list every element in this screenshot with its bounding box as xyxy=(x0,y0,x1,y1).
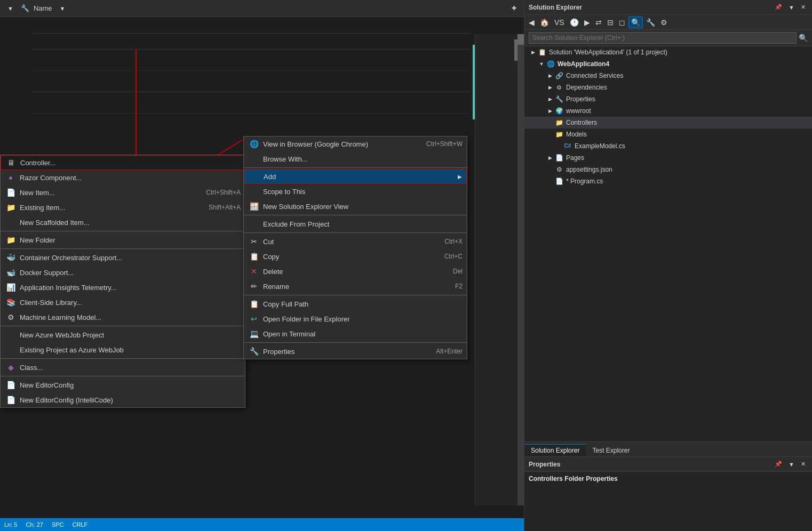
rename-icon: ✏ xyxy=(248,280,260,292)
tree-item-connected-services[interactable]: ▶ 🔗 Connected Services xyxy=(524,70,812,82)
menu-item-copy-full-path[interactable]: 📋 Copy Full Path xyxy=(244,296,467,311)
menu-shortcut-properties: Alt+Enter xyxy=(436,348,463,355)
menu-separator-2 xyxy=(1,248,245,249)
menu-label-container-orchestrator: Container Orchestrator Support... xyxy=(20,254,241,262)
menu-item-new-scaffolded[interactable]: New Scaffolded Item... xyxy=(1,215,245,230)
menu-item-new-webjob[interactable]: New Azure WebJob Project xyxy=(1,327,245,342)
toolbar-show-all-btn[interactable]: ◻ xyxy=(617,17,627,28)
menu-item-cut[interactable]: ✂ Cut Ctrl+X xyxy=(244,234,467,249)
menu-label-exclude-from-project: Exclude From Project xyxy=(263,220,463,228)
menu-label-new-scaffolded: New Scaffolded Item... xyxy=(20,219,241,227)
toolbar-forward-btn[interactable]: ▶ xyxy=(582,17,592,28)
menu-shortcut-rename: F2 xyxy=(455,283,463,290)
tree-item-project[interactable]: ▼ 🌐 WebApplication4 xyxy=(524,58,812,70)
editor-minimap[interactable] xyxy=(475,34,518,505)
menu-item-add[interactable]: Add ▶ xyxy=(244,169,467,184)
editor-panel: ▼ 🔧 Name ▼ ✚ xyxy=(0,0,524,531)
tree-item-pages[interactable]: ▶ 📄 Pages xyxy=(524,152,812,164)
tree-item-dependencies[interactable]: ▶ ⚙ Dependencies xyxy=(524,82,812,93)
menu-item-rename[interactable]: ✏ Rename F2 xyxy=(244,279,467,294)
menu-item-machine-learning[interactable]: ⚙ Machine Learning Model... xyxy=(1,310,245,325)
properties-pin-btn[interactable]: 📌 xyxy=(773,460,784,469)
toolbar-sync-btn[interactable]: ⇄ xyxy=(593,17,604,28)
ml-icon: ⚙ xyxy=(5,311,17,323)
menu-item-editorconfig-intellicode[interactable]: 📄 New EditorConfig (IntelliCode) xyxy=(1,392,245,407)
properties-tree-icon: 🔧 xyxy=(554,94,564,104)
tree-item-models[interactable]: 📁 Models xyxy=(524,128,812,140)
menu-shortcut-cut: Ctrl+X xyxy=(444,238,463,245)
panel-pin-btn[interactable]: 📌 xyxy=(773,3,784,12)
menu-item-controller[interactable]: 🖥 Controller... xyxy=(1,155,245,170)
menu-item-client-side-library[interactable]: 📚 Client-Side Library... xyxy=(1,295,245,310)
menu-item-scope-to-this[interactable]: Scope to This xyxy=(244,184,467,199)
status-ln: Ln: 5 xyxy=(4,521,17,528)
toolbar-settings-btn[interactable]: 🔧 xyxy=(644,17,657,28)
menu-item-existing-item[interactable]: 📁 Existing Item... Shift+Alt+A xyxy=(1,200,245,215)
properties-content: Controllers Folder Properties xyxy=(524,472,812,488)
panel-dropdown-btn[interactable]: ▼ xyxy=(786,3,797,12)
solution-icon: 📋 xyxy=(537,47,547,57)
solution-explorer-title: Solution Explorer xyxy=(529,4,582,11)
menu-item-view-browser[interactable]: 🌐 View in Browser (Google Chrome) Ctrl+S… xyxy=(244,136,467,151)
tree-item-properties[interactable]: ▶ 🔧 Properties xyxy=(524,93,812,105)
menu-item-exclude-from-project[interactable]: Exclude From Project xyxy=(244,216,467,231)
menu-label-cut: Cut xyxy=(263,238,434,246)
menu-item-docker-support[interactable]: 🐋 Docker Support... xyxy=(1,265,245,280)
menu-item-app-insights[interactable]: 📊 Application Insights Telemetry... xyxy=(1,280,245,295)
topbar-add-btn[interactable]: ✚ xyxy=(508,4,520,13)
cut-icon: ✂ xyxy=(248,236,260,247)
toolbar-filter-btn[interactable]: 🔍 xyxy=(628,17,643,28)
tab-solution-explorer[interactable]: Solution Explorer xyxy=(524,444,586,456)
menu-item-delete[interactable]: ✕ Delete Del xyxy=(244,264,467,279)
topbar-name-dropdown[interactable]: ▼ xyxy=(57,4,69,13)
connected-services-arrow: ▶ xyxy=(546,73,554,78)
menu-label-properties: Properties xyxy=(263,348,425,356)
toolbar-back-btn[interactable]: ◀ xyxy=(527,17,537,28)
menu-separator-5 xyxy=(1,376,245,376)
topbar-dropdown[interactable]: ▼ xyxy=(4,4,17,13)
toolbar-collapse-btn[interactable]: ⊟ xyxy=(605,17,616,28)
program-icon: 📄 xyxy=(554,176,564,186)
toolbar-history-btn[interactable]: 🕐 xyxy=(568,17,581,28)
menu-item-container-orchestrator[interactable]: 🐳 Container Orchestrator Support... xyxy=(1,250,245,265)
menu-item-open-terminal[interactable]: 💻 Open in Terminal xyxy=(244,326,467,341)
tree-item-solution[interactable]: ▶ 📋 Solution 'WebApplication4' (1 of 1 p… xyxy=(524,46,812,58)
tree-item-program[interactable]: 📄 * Program.cs xyxy=(524,175,812,187)
tree-item-controllers[interactable]: 📁 Controllers xyxy=(524,117,812,128)
menu-label-client-side-library: Client-Side Library... xyxy=(20,299,241,307)
menu-item-browse-with[interactable]: Browse With... xyxy=(244,151,467,166)
add-submenu[interactable]: 🖥 Controller... ● Razor Component... 📄 N… xyxy=(0,155,245,408)
pages-arrow: ▶ xyxy=(546,155,554,160)
properties-dropdown-btn[interactable]: ▼ xyxy=(786,460,797,469)
tree-item-examplemodel[interactable]: C# ExampleModel.cs xyxy=(524,140,812,152)
menu-item-new-folder[interactable]: 📁 New Folder xyxy=(1,232,245,247)
editor-topbar: ▼ 🔧 Name ▼ ✚ xyxy=(0,0,524,17)
menu-item-new-solution-view[interactable]: 🪟 New Solution Explorer View xyxy=(244,199,467,214)
menu-item-new-item[interactable]: 📄 New Item... Ctrl+Shift+A xyxy=(1,185,245,200)
menu-item-existing-webjob[interactable]: Existing Project as Azure WebJob xyxy=(1,342,245,357)
menu-item-razor-component[interactable]: ● Razor Component... xyxy=(1,170,245,185)
toolbar-options-btn[interactable]: ⚙ xyxy=(658,17,670,28)
tree-item-wwwroot[interactable]: ▶ 🌍 wwwroot xyxy=(524,105,812,117)
tab-test-explorer[interactable]: Test Explorer xyxy=(586,444,636,456)
main-context-menu[interactable]: 🌐 View in Browser (Google Chrome) Ctrl+S… xyxy=(243,136,467,359)
toolbar-home-btn[interactable]: 🏠 xyxy=(538,17,551,28)
menu-item-new-editorconfig[interactable]: 📄 New EditorConfig xyxy=(1,377,245,392)
menu-shortcut-delete: Del xyxy=(453,268,463,275)
menu-label-rename: Rename xyxy=(263,283,444,291)
status-crlf: CRLF xyxy=(73,521,88,528)
search-input[interactable] xyxy=(529,32,797,44)
menu-item-properties[interactable]: 🔧 Properties Alt+Enter xyxy=(244,344,467,359)
menu-label-controller: Controller... xyxy=(20,159,240,167)
dependencies-arrow: ▶ xyxy=(546,85,554,90)
menu-label-browse-with: Browse With... xyxy=(263,155,463,163)
wwwroot-icon: 🌍 xyxy=(554,106,564,116)
tree-item-appsettings[interactable]: ⚙ appsettings.json xyxy=(524,164,812,175)
properties-close-btn[interactable]: ✕ xyxy=(799,460,808,469)
menu-item-class[interactable]: ◆ Class... xyxy=(1,360,245,375)
menu-item-open-folder[interactable]: ↩ Open Folder in File Explorer xyxy=(244,311,467,326)
panel-close-btn[interactable]: ✕ xyxy=(799,3,808,12)
toolbar-vs-btn[interactable]: VS xyxy=(552,17,567,28)
editor-scrollbar[interactable] xyxy=(518,34,524,505)
menu-item-copy[interactable]: 📋 Copy Ctrl+C xyxy=(244,249,467,264)
